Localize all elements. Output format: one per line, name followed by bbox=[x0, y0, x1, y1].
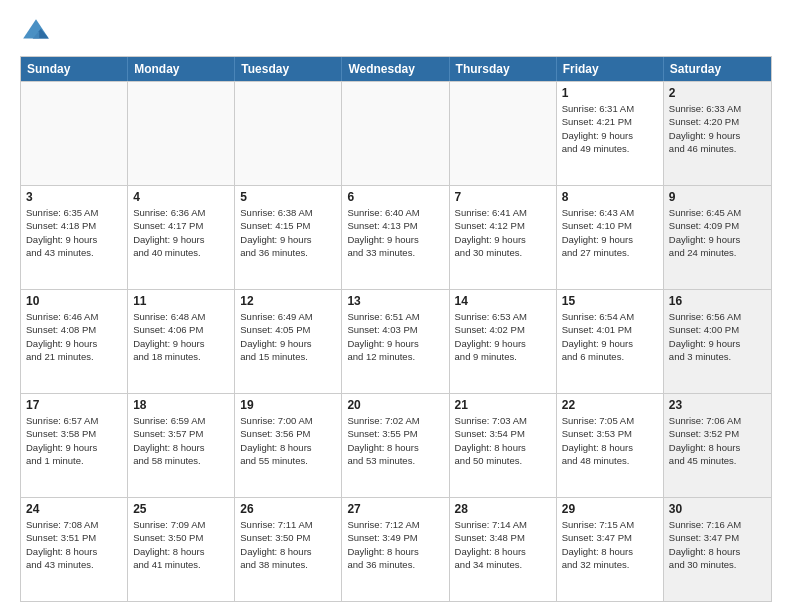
weekday-header-sunday: Sunday bbox=[21, 57, 128, 81]
day-number: 25 bbox=[133, 502, 229, 516]
day-number: 7 bbox=[455, 190, 551, 204]
day-info: Sunrise: 7:00 AM Sunset: 3:56 PM Dayligh… bbox=[240, 414, 336, 467]
day-info: Sunrise: 6:36 AM Sunset: 4:17 PM Dayligh… bbox=[133, 206, 229, 259]
calendar-empty-cell bbox=[342, 82, 449, 185]
calendar-day-1: 1Sunrise: 6:31 AM Sunset: 4:21 PM Daylig… bbox=[557, 82, 664, 185]
calendar-day-7: 7Sunrise: 6:41 AM Sunset: 4:12 PM Daylig… bbox=[450, 186, 557, 289]
day-number: 14 bbox=[455, 294, 551, 308]
day-number: 22 bbox=[562, 398, 658, 412]
svg-rect-2 bbox=[33, 32, 39, 38]
day-number: 17 bbox=[26, 398, 122, 412]
day-info: Sunrise: 6:49 AM Sunset: 4:05 PM Dayligh… bbox=[240, 310, 336, 363]
day-number: 28 bbox=[455, 502, 551, 516]
calendar-day-26: 26Sunrise: 7:11 AM Sunset: 3:50 PM Dayli… bbox=[235, 498, 342, 601]
day-info: Sunrise: 6:41 AM Sunset: 4:12 PM Dayligh… bbox=[455, 206, 551, 259]
calendar-row-4: 17Sunrise: 6:57 AM Sunset: 3:58 PM Dayli… bbox=[21, 393, 771, 497]
page: SundayMondayTuesdayWednesdayThursdayFrid… bbox=[0, 0, 792, 612]
day-number: 8 bbox=[562, 190, 658, 204]
calendar-day-23: 23Sunrise: 7:06 AM Sunset: 3:52 PM Dayli… bbox=[664, 394, 771, 497]
calendar-day-19: 19Sunrise: 7:00 AM Sunset: 3:56 PM Dayli… bbox=[235, 394, 342, 497]
calendar-day-14: 14Sunrise: 6:53 AM Sunset: 4:02 PM Dayli… bbox=[450, 290, 557, 393]
calendar-row-1: 1Sunrise: 6:31 AM Sunset: 4:21 PM Daylig… bbox=[21, 81, 771, 185]
weekday-header-monday: Monday bbox=[128, 57, 235, 81]
day-info: Sunrise: 6:59 AM Sunset: 3:57 PM Dayligh… bbox=[133, 414, 229, 467]
day-info: Sunrise: 6:33 AM Sunset: 4:20 PM Dayligh… bbox=[669, 102, 766, 155]
weekday-header-thursday: Thursday bbox=[450, 57, 557, 81]
calendar: SundayMondayTuesdayWednesdayThursdayFrid… bbox=[20, 56, 772, 602]
day-info: Sunrise: 7:02 AM Sunset: 3:55 PM Dayligh… bbox=[347, 414, 443, 467]
calendar-day-5: 5Sunrise: 6:38 AM Sunset: 4:15 PM Daylig… bbox=[235, 186, 342, 289]
calendar-day-10: 10Sunrise: 6:46 AM Sunset: 4:08 PM Dayli… bbox=[21, 290, 128, 393]
day-info: Sunrise: 6:57 AM Sunset: 3:58 PM Dayligh… bbox=[26, 414, 122, 467]
calendar-row-3: 10Sunrise: 6:46 AM Sunset: 4:08 PM Dayli… bbox=[21, 289, 771, 393]
calendar-day-9: 9Sunrise: 6:45 AM Sunset: 4:09 PM Daylig… bbox=[664, 186, 771, 289]
day-info: Sunrise: 6:46 AM Sunset: 4:08 PM Dayligh… bbox=[26, 310, 122, 363]
calendar-row-2: 3Sunrise: 6:35 AM Sunset: 4:18 PM Daylig… bbox=[21, 185, 771, 289]
day-number: 10 bbox=[26, 294, 122, 308]
day-number: 27 bbox=[347, 502, 443, 516]
day-info: Sunrise: 7:15 AM Sunset: 3:47 PM Dayligh… bbox=[562, 518, 658, 571]
calendar-day-13: 13Sunrise: 6:51 AM Sunset: 4:03 PM Dayli… bbox=[342, 290, 449, 393]
calendar-day-24: 24Sunrise: 7:08 AM Sunset: 3:51 PM Dayli… bbox=[21, 498, 128, 601]
day-number: 23 bbox=[669, 398, 766, 412]
weekday-header-saturday: Saturday bbox=[664, 57, 771, 81]
day-info: Sunrise: 6:31 AM Sunset: 4:21 PM Dayligh… bbox=[562, 102, 658, 155]
day-number: 1 bbox=[562, 86, 658, 100]
calendar-day-2: 2Sunrise: 6:33 AM Sunset: 4:20 PM Daylig… bbox=[664, 82, 771, 185]
day-number: 9 bbox=[669, 190, 766, 204]
day-number: 11 bbox=[133, 294, 229, 308]
calendar-day-4: 4Sunrise: 6:36 AM Sunset: 4:17 PM Daylig… bbox=[128, 186, 235, 289]
day-number: 21 bbox=[455, 398, 551, 412]
calendar-day-30: 30Sunrise: 7:16 AM Sunset: 3:47 PM Dayli… bbox=[664, 498, 771, 601]
weekday-header-tuesday: Tuesday bbox=[235, 57, 342, 81]
day-number: 29 bbox=[562, 502, 658, 516]
day-number: 12 bbox=[240, 294, 336, 308]
day-number: 19 bbox=[240, 398, 336, 412]
day-number: 26 bbox=[240, 502, 336, 516]
weekday-header-wednesday: Wednesday bbox=[342, 57, 449, 81]
logo-icon bbox=[20, 16, 52, 48]
calendar-day-22: 22Sunrise: 7:05 AM Sunset: 3:53 PM Dayli… bbox=[557, 394, 664, 497]
day-info: Sunrise: 7:08 AM Sunset: 3:51 PM Dayligh… bbox=[26, 518, 122, 571]
day-info: Sunrise: 7:03 AM Sunset: 3:54 PM Dayligh… bbox=[455, 414, 551, 467]
day-info: Sunrise: 6:38 AM Sunset: 4:15 PM Dayligh… bbox=[240, 206, 336, 259]
calendar-day-17: 17Sunrise: 6:57 AM Sunset: 3:58 PM Dayli… bbox=[21, 394, 128, 497]
day-number: 13 bbox=[347, 294, 443, 308]
day-number: 4 bbox=[133, 190, 229, 204]
calendar-day-6: 6Sunrise: 6:40 AM Sunset: 4:13 PM Daylig… bbox=[342, 186, 449, 289]
calendar-day-3: 3Sunrise: 6:35 AM Sunset: 4:18 PM Daylig… bbox=[21, 186, 128, 289]
day-info: Sunrise: 6:40 AM Sunset: 4:13 PM Dayligh… bbox=[347, 206, 443, 259]
calendar-day-12: 12Sunrise: 6:49 AM Sunset: 4:05 PM Dayli… bbox=[235, 290, 342, 393]
calendar-empty-cell bbox=[450, 82, 557, 185]
day-info: Sunrise: 7:14 AM Sunset: 3:48 PM Dayligh… bbox=[455, 518, 551, 571]
calendar-day-20: 20Sunrise: 7:02 AM Sunset: 3:55 PM Dayli… bbox=[342, 394, 449, 497]
calendar-empty-cell bbox=[21, 82, 128, 185]
calendar-body: 1Sunrise: 6:31 AM Sunset: 4:21 PM Daylig… bbox=[21, 81, 771, 601]
day-info: Sunrise: 6:51 AM Sunset: 4:03 PM Dayligh… bbox=[347, 310, 443, 363]
day-number: 6 bbox=[347, 190, 443, 204]
calendar-empty-cell bbox=[128, 82, 235, 185]
day-info: Sunrise: 6:43 AM Sunset: 4:10 PM Dayligh… bbox=[562, 206, 658, 259]
calendar-header: SundayMondayTuesdayWednesdayThursdayFrid… bbox=[21, 57, 771, 81]
day-number: 24 bbox=[26, 502, 122, 516]
header bbox=[20, 16, 772, 48]
day-info: Sunrise: 7:16 AM Sunset: 3:47 PM Dayligh… bbox=[669, 518, 766, 571]
day-number: 20 bbox=[347, 398, 443, 412]
day-info: Sunrise: 6:53 AM Sunset: 4:02 PM Dayligh… bbox=[455, 310, 551, 363]
calendar-day-11: 11Sunrise: 6:48 AM Sunset: 4:06 PM Dayli… bbox=[128, 290, 235, 393]
calendar-day-8: 8Sunrise: 6:43 AM Sunset: 4:10 PM Daylig… bbox=[557, 186, 664, 289]
day-number: 16 bbox=[669, 294, 766, 308]
day-info: Sunrise: 7:12 AM Sunset: 3:49 PM Dayligh… bbox=[347, 518, 443, 571]
calendar-day-21: 21Sunrise: 7:03 AM Sunset: 3:54 PM Dayli… bbox=[450, 394, 557, 497]
day-info: Sunrise: 6:54 AM Sunset: 4:01 PM Dayligh… bbox=[562, 310, 658, 363]
day-info: Sunrise: 7:09 AM Sunset: 3:50 PM Dayligh… bbox=[133, 518, 229, 571]
calendar-empty-cell bbox=[235, 82, 342, 185]
calendar-day-28: 28Sunrise: 7:14 AM Sunset: 3:48 PM Dayli… bbox=[450, 498, 557, 601]
calendar-day-16: 16Sunrise: 6:56 AM Sunset: 4:00 PM Dayli… bbox=[664, 290, 771, 393]
calendar-day-27: 27Sunrise: 7:12 AM Sunset: 3:49 PM Dayli… bbox=[342, 498, 449, 601]
calendar-row-5: 24Sunrise: 7:08 AM Sunset: 3:51 PM Dayli… bbox=[21, 497, 771, 601]
day-info: Sunrise: 7:06 AM Sunset: 3:52 PM Dayligh… bbox=[669, 414, 766, 467]
day-info: Sunrise: 6:45 AM Sunset: 4:09 PM Dayligh… bbox=[669, 206, 766, 259]
day-number: 2 bbox=[669, 86, 766, 100]
day-info: Sunrise: 7:05 AM Sunset: 3:53 PM Dayligh… bbox=[562, 414, 658, 467]
